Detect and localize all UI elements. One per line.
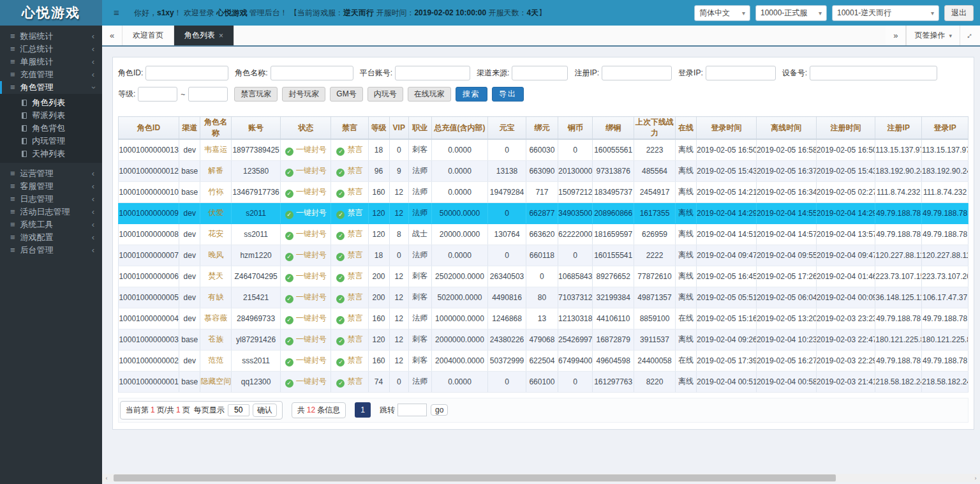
sidebar-item-system-tools[interactable]: ≡ 系统工具 ‹ [0, 218, 102, 231]
platform-account-input[interactable] [395, 66, 470, 80]
cell-total-recharge: 0.0000 [431, 139, 488, 160]
channel-source-input[interactable] [512, 66, 568, 80]
table-row[interactable]: 10001000000003base苍族yl87291426✓一键封号✓禁言12… [119, 329, 969, 350]
cell-register-ip: 49.79.188.78 [875, 308, 922, 329]
cell-vip: 0 [389, 139, 408, 160]
table-row[interactable]: 10001000000008dev花安ss2011✓一键封号✓禁言1208战士2… [119, 223, 969, 245]
table-row[interactable]: 10001000000001base隐藏空间qq12300✓一键封号✓禁言740… [119, 371, 969, 392]
page-size-input[interactable] [228, 404, 249, 416]
cell-mute-status[interactable]: ✓禁言 [331, 223, 368, 245]
confirm-page-size-button[interactable]: 确认 [253, 404, 277, 417]
language-select[interactable]: 简体中文 ▾ [694, 5, 750, 21]
cell-ban-status[interactable]: ✓一键封号 [280, 139, 330, 160]
sidebar-subitem-gang-list[interactable]: 帮派列表 [0, 109, 102, 122]
cell-ban-status[interactable]: ✓一键封号 [280, 287, 330, 308]
cell-account: hzm1220 [232, 245, 281, 266]
cell-mute-status[interactable]: ✓禁言 [331, 181, 368, 202]
cell-ban-status[interactable]: ✓一键封号 [280, 350, 330, 371]
login-ip-input[interactable] [706, 66, 776, 80]
scroll-right-arrow-icon[interactable]: › [971, 475, 980, 481]
role-name-input[interactable] [271, 66, 353, 80]
device-id-input[interactable] [810, 66, 937, 80]
sidebar-item-role-management[interactable]: ≡ 角色管理 ‹ [0, 81, 102, 94]
cell-mute-status[interactable]: ✓禁言 [331, 371, 368, 392]
sidebar-item-operations[interactable]: ≡ 运营管理 ‹ [0, 167, 102, 180]
sidebar-item-game-config[interactable]: ≡ 游戏配置 ‹ [0, 231, 102, 244]
server-select[interactable]: 10001-逆天而行 ▾ [832, 5, 939, 21]
cell-mute-status[interactable]: ✓禁言 [331, 160, 368, 181]
cell-mute-status[interactable]: ✓禁言 [331, 139, 368, 160]
cell-role-id: 10001000000005 [119, 287, 179, 308]
inner-account-button[interactable]: 内玩号 [368, 87, 403, 102]
sidebar-item-summary-stats[interactable]: ≡ 汇总统计 ‹ [0, 43, 102, 56]
table-row[interactable]: 10001000000007dev晚风hzm1220✓一键封号✓禁言180法师0… [119, 245, 969, 266]
ban-players-button[interactable]: 封号玩家 [282, 87, 325, 102]
go-button[interactable]: go [431, 404, 448, 416]
hamburger-icon[interactable]: ≡ [114, 8, 125, 17]
chevron-down-icon: ▾ [819, 10, 822, 17]
cell-ban-status[interactable]: ✓一键封号 [280, 202, 330, 223]
level-max-input[interactable] [188, 87, 228, 102]
sidebar-subitem-role-list[interactable]: 角色列表 [0, 96, 102, 109]
scrollbar-thumb[interactable] [114, 474, 836, 481]
cell-copper: 0 [558, 245, 593, 266]
mute-players-button[interactable]: 禁言玩家 [234, 87, 278, 102]
cell-register-time: 2019-02-04 01:46:34 [816, 266, 875, 287]
cell-ban-status[interactable]: ✓一键封号 [280, 223, 330, 245]
cell-login-time: 2019-02-05 05:51:29 [696, 287, 756, 308]
cell-ban-status[interactable]: ✓一键封号 [280, 160, 330, 181]
search-button[interactable]: 搜索 [456, 87, 487, 102]
sidebar-subitem-inner-play[interactable]: 内玩管理 [0, 135, 102, 147]
cell-ban-status[interactable]: ✓一键封号 [280, 245, 330, 266]
online-players-button[interactable]: 在线玩家 [408, 87, 451, 102]
cell-mute-status[interactable]: ✓禁言 [331, 287, 368, 308]
tab-operations-dropdown[interactable]: 页签操作 ▾ [906, 26, 960, 45]
tab-welcome[interactable]: 欢迎首页 [122, 26, 174, 45]
cell-ban-status[interactable]: ✓一键封号 [280, 308, 330, 329]
sidebar-item-data-stats[interactable]: ≡ 数据统计 ‹ [0, 30, 102, 43]
cell-last-offline-power: 3911537 [634, 329, 676, 350]
horizontal-scrollbar[interactable]: ‹ › [102, 474, 980, 482]
export-button[interactable]: 导出 [492, 87, 524, 102]
cell-mute-status[interactable]: ✓禁言 [331, 245, 368, 266]
table-row[interactable]: 10001000000006dev焚天Z464704295✓一键封号✓禁言200… [119, 266, 969, 287]
sidebar-item-single-server-stats[interactable]: ≡ 单服统计 ‹ [0, 56, 102, 68]
page-number-button[interactable]: 1 [355, 402, 371, 418]
sidebar-item-activity-log[interactable]: ≡ 活动日志管理 ‹ [0, 206, 102, 218]
cell-mute-status[interactable]: ✓禁言 [331, 266, 368, 287]
table-row[interactable]: 10001000000005dev有缺215421✓一键封号✓禁言20012刺客… [119, 287, 969, 308]
tabs-scroll-right-button[interactable]: » [886, 26, 906, 45]
cell-ban-status[interactable]: ✓一键封号 [280, 266, 330, 287]
cell-mute-status[interactable]: ✓禁言 [331, 329, 368, 350]
gm-account-button[interactable]: GM号 [330, 87, 362, 102]
close-icon[interactable]: × [219, 31, 223, 40]
sidebar-subitem-role-bag[interactable]: 角色背包 [0, 122, 102, 135]
table-row[interactable]: 10001000000010base竹袮13467917736✓一键封号✓禁言1… [119, 181, 969, 202]
cell-ban-status[interactable]: ✓一键封号 [280, 371, 330, 392]
cell-mute-status[interactable]: ✓禁言 [331, 350, 368, 371]
table-row[interactable]: 10001000000009dev伏爱s2011✓一键封号✓禁言12012法师5… [119, 202, 969, 223]
sidebar-item-customer-service[interactable]: ≡ 客服管理 ‹ [0, 180, 102, 193]
level-min-input[interactable] [138, 87, 177, 102]
server-group-select[interactable]: 10000-正式服 ▾ [755, 5, 827, 21]
cell-ban-status[interactable]: ✓一键封号 [280, 329, 330, 350]
role-id-input[interactable] [145, 66, 228, 80]
cell-mute-status[interactable]: ✓禁言 [331, 308, 368, 329]
cell-ban-status[interactable]: ✓一键封号 [280, 181, 330, 202]
logout-button[interactable]: 退出 [944, 5, 974, 21]
jump-page-input[interactable] [397, 404, 427, 416]
table-row[interactable]: 10001000000013dev韦嘉运18977389425✓一键封号✓禁言1… [119, 139, 969, 160]
fullscreen-icon[interactable]: ↕ [960, 26, 980, 45]
tabs-scroll-left-button[interactable]: « [102, 26, 122, 45]
sidebar-item-log-management[interactable]: ≡ 日志管理 ‹ [0, 193, 102, 206]
scroll-left-arrow-icon[interactable]: ‹ [102, 475, 111, 481]
sidebar-item-recharge-management[interactable]: ≡ 充值管理 ‹ [0, 68, 102, 81]
register-ip-input[interactable] [602, 66, 672, 80]
table-row[interactable]: 10001000000002dev范范sss2011✓一键封号✓禁言16012刺… [119, 350, 969, 371]
table-row[interactable]: 10001000000004dev慕容薇284969733✓一键封号✓禁言160… [119, 308, 969, 329]
tab-role-list[interactable]: 角色列表 × [174, 26, 234, 45]
cell-mute-status[interactable]: ✓禁言 [331, 202, 368, 223]
table-row[interactable]: 10001000000012base解番123580✓一键封号✓禁言969法师0… [119, 160, 969, 181]
sidebar-subitem-god-list[interactable]: 天神列表 [0, 147, 102, 160]
sidebar-item-backend-management[interactable]: ≡ 后台管理 ‹ [0, 244, 102, 257]
